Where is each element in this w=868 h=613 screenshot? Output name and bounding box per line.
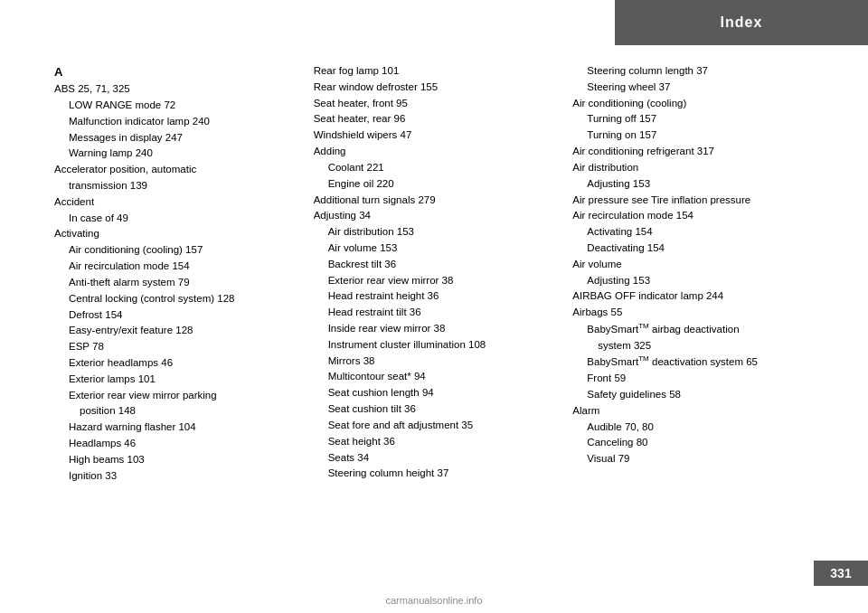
index-entry-sub: Anti-theft alarm system 79: [54, 275, 296, 291]
page: Index AABS 25, 71, 325LOW RANGE mode 72M…: [0, 0, 868, 613]
index-entry-sub: Seat height 36: [314, 434, 555, 450]
index-entry-main: AIRBAG OFF indicator lamp 244: [572, 288, 814, 305]
index-entry-sub: Seat cushion length 94: [314, 385, 555, 401]
index-entry-main: ABS 25, 71, 325: [54, 81, 296, 98]
index-entry-main: Air conditioning refrigerant 317: [572, 144, 814, 160]
index-entry-sub: Seat fore and aft adjustment 35: [314, 418, 555, 434]
index-entry-sub: ESP 78: [54, 339, 296, 355]
header-title: Index: [721, 14, 763, 31]
index-entry-sub: Easy-entry/exit feature 128: [54, 323, 296, 339]
index-entry-main: Air recirculation mode 154: [572, 208, 814, 224]
index-entry-sub: Exterior rear view mirror parking: [54, 388, 296, 404]
index-entry-sub2: position 148: [54, 403, 296, 420]
index-entry-main: Rear fog lamp 101: [314, 63, 555, 80]
index-entry-sub: transmission 139: [54, 178, 296, 194]
index-letter: A: [54, 65, 62, 79]
index-entry-sub: LOW RANGE mode 72: [54, 98, 296, 114]
content-area: AABS 25, 71, 325LOW RANGE mode 72Malfunc…: [54, 63, 814, 559]
index-entry-sub: Head restraint tilt 36: [314, 305, 555, 321]
index-entry-sub: Messages in display 247: [54, 130, 296, 146]
index-entry-sub: Canceling 80: [572, 435, 814, 451]
index-entry-sub: Instrument cluster illumination 108: [314, 337, 555, 354]
index-entry-sub: BabySmartTM airbag deactivation: [572, 321, 814, 338]
index-entry-sub: Exterior headlamps 46: [54, 355, 296, 372]
index-entry-sub: Hazard warning flasher 104: [54, 420, 296, 436]
index-entry-sub: Steering wheel 37: [572, 80, 814, 96]
index-entry-main: Activating: [54, 226, 296, 242]
index-entry-sub: Inside rear view mirror 38: [314, 321, 555, 337]
index-entry-sub2: system 325: [572, 338, 814, 354]
index-entry-sub: Ignition 33: [54, 468, 296, 485]
index-entry-sub: Central locking (control system) 128: [54, 291, 296, 307]
index-entry-sub: Air volume 153: [314, 240, 555, 257]
index-entry-sub: Defrost 154: [54, 307, 296, 324]
index-entry-sub: Adjusting 153: [572, 176, 814, 193]
index-entry-sub: Seat cushion tilt 36: [314, 401, 555, 418]
page-number: 331: [830, 566, 851, 580]
index-entry-main: Air pressure see Tire inflation pressure: [572, 193, 814, 209]
index-entry-main: Additional turn signals 279: [314, 193, 555, 209]
header-banner: Index: [615, 0, 868, 45]
index-entry-main: Adjusting 34: [314, 208, 555, 224]
page-number-box: 331: [814, 561, 868, 586]
index-entry-sub: Air conditioning (cooling) 157: [54, 242, 296, 259]
index-entry-sub: Warning lamp 240: [54, 146, 296, 162]
index-column-2: Rear fog lamp 101Rear window defroster 1…: [314, 63, 573, 559]
index-entry-main: Rear window defroster 155: [314, 80, 555, 96]
index-entry-sub: Audible 70, 80: [572, 420, 814, 436]
index-entry-sub: Malfunction indicator lamp 240: [54, 114, 296, 130]
index-entry-sub: Adjusting 153: [572, 273, 814, 289]
index-entry-sub: Turning on 157: [572, 127, 814, 144]
index-entry-main: Air conditioning (cooling): [572, 96, 814, 112]
index-entry-main: Seat heater, front 95: [314, 96, 555, 112]
index-entry-sub: Multicontour seat* 94: [314, 369, 555, 385]
index-entry-sub: Exterior rear view mirror 38: [314, 273, 555, 289]
index-entry-main: Alarm: [572, 403, 814, 420]
index-entry-sub: Exterior lamps 101: [54, 372, 296, 388]
index-entry-main: Air volume: [572, 257, 814, 273]
index-entry-sub: Turning off 157: [572, 111, 814, 127]
index-entry-main: Airbags 55: [572, 305, 814, 321]
index-entry-sub: BabySmartTM deactivation system 65: [572, 354, 814, 371]
index-entry-sub: Mirrors 38: [314, 354, 555, 370]
index-entry-sub: Engine oil 220: [314, 176, 555, 193]
index-entry-main: Air distribution: [572, 160, 814, 176]
index-entry-sub: Seats 34: [314, 450, 555, 467]
index-column-1: AABS 25, 71, 325LOW RANGE mode 72Malfunc…: [54, 63, 314, 559]
index-entry-sub: Steering column height 37: [314, 466, 555, 482]
index-entry-sub: Headlamps 46: [54, 436, 296, 452]
index-entry-main: Accelerator position, automatic: [54, 162, 296, 178]
index-entry-sub: Deactivating 154: [572, 240, 814, 257]
index-entry-sub: High beams 103: [54, 452, 296, 468]
watermark: carmanualsonline.info: [385, 595, 482, 606]
index-entry-sub: Activating 154: [572, 224, 814, 240]
index-entry-main: Seat heater, rear 96: [314, 111, 555, 127]
index-column-3: Steering column length 37Steering wheel …: [572, 63, 814, 559]
index-entry-sub: Air recirculation mode 154: [54, 259, 296, 275]
index-entry-main: Adding: [314, 144, 555, 160]
index-entry-sub: Visual 79: [572, 451, 814, 467]
index-entry-main: Accident: [54, 194, 296, 211]
index-entry-sub: Air distribution 153: [314, 224, 555, 240]
index-entry-sub: Head restraint height 36: [314, 288, 555, 305]
index-entry-sub: In case of 49: [54, 211, 296, 227]
index-entry-main: Windshield wipers 47: [314, 127, 555, 144]
index-entry-sub: Steering column length 37: [572, 63, 814, 80]
index-entry-sub: Front 59: [572, 371, 814, 387]
index-entry-sub: Coolant 221: [314, 160, 555, 176]
index-entry-sub: Safety guidelines 58: [572, 387, 814, 403]
index-entry-sub: Backrest tilt 36: [314, 257, 555, 273]
